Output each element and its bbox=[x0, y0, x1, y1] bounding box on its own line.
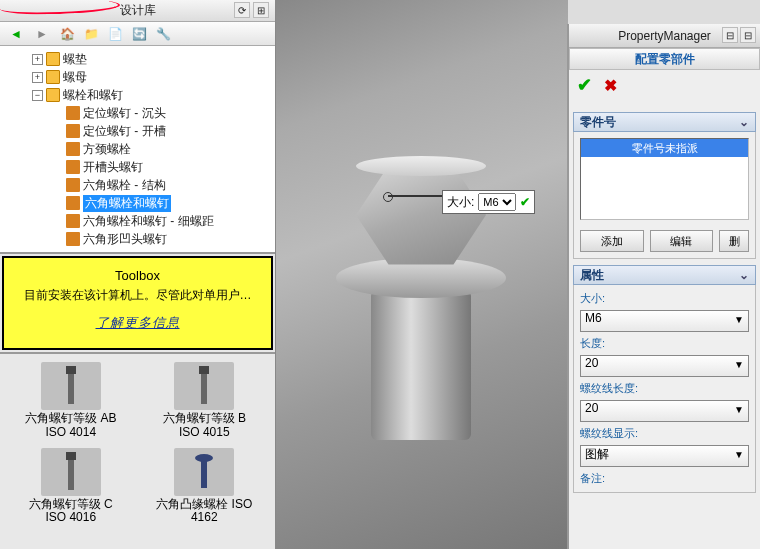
tree-item[interactable]: 六角形凹头螺钉 bbox=[83, 231, 167, 248]
delete-button[interactable]: 删 bbox=[719, 230, 749, 252]
length-label: 长度: bbox=[580, 336, 749, 351]
size-dropdown[interactable]: M6▼ bbox=[580, 310, 749, 332]
chevron-icon[interactable]: ⌄ bbox=[739, 268, 749, 282]
thread-display-label: 螺纹线显示: bbox=[580, 426, 749, 441]
properties-group: 属性⌄ 大小: M6▼ 长度: 20▼ 螺纹线长度: 20▼ 螺纹线显示: 图解… bbox=[573, 265, 756, 493]
rendered-bolt bbox=[316, 140, 516, 420]
part-item[interactable]: 六角螺钉等级 CISO 4016 bbox=[4, 444, 138, 530]
design-library-toolbar: ◄ ► 🏠 📁 📄 🔄 🔧 bbox=[0, 22, 275, 46]
tree-item[interactable]: 定位螺钉 - 开槽 bbox=[83, 123, 166, 140]
svg-rect-4 bbox=[66, 452, 76, 460]
tree-nut[interactable]: 螺母 bbox=[63, 69, 87, 86]
chevron-icon[interactable]: ⌄ bbox=[739, 115, 749, 129]
tool-icon[interactable]: 🔧 bbox=[154, 25, 172, 43]
svg-rect-3 bbox=[201, 374, 207, 404]
tree-washer[interactable]: 螺垫 bbox=[63, 51, 87, 68]
parts-grid: 六角螺钉等级 ABISO 4014 六角螺钉等级 BISO 4015 六角螺钉等… bbox=[0, 352, 275, 529]
add-button[interactable]: 添加 bbox=[580, 230, 644, 252]
partno-listbox[interactable]: 零件号未指派 bbox=[580, 138, 749, 220]
callout-leader bbox=[388, 195, 444, 197]
part-item[interactable]: 六角螺钉等级 ABISO 4014 bbox=[4, 358, 138, 444]
3d-viewport[interactable] bbox=[276, 0, 568, 549]
partno-header: 零件号 bbox=[580, 114, 616, 131]
folder-icon[interactable]: 📁 bbox=[82, 25, 100, 43]
svg-rect-2 bbox=[199, 366, 209, 374]
thread-length-dropdown[interactable]: 20▼ bbox=[580, 400, 749, 422]
svg-rect-0 bbox=[66, 366, 76, 374]
size-callout: 大小: M6 ✔ bbox=[442, 190, 535, 214]
size-label: 大小: bbox=[580, 291, 749, 306]
partno-item[interactable]: 零件号未指派 bbox=[581, 139, 748, 157]
pm-pin-icon[interactable]: ⊟ bbox=[722, 27, 738, 43]
svg-rect-7 bbox=[201, 458, 207, 488]
svg-rect-1 bbox=[68, 374, 74, 404]
tree-bolts[interactable]: 螺栓和螺钉 bbox=[63, 87, 123, 104]
part-item[interactable]: 六角螺钉等级 BISO 4015 bbox=[138, 358, 272, 444]
pm-pin2-icon[interactable]: ⊟ bbox=[740, 27, 756, 43]
refresh-icon[interactable]: ⟳ bbox=[234, 2, 250, 18]
thread-length-label: 螺纹线长度: bbox=[580, 381, 749, 396]
design-library-panel: 设计库 ⟳ ⊞ ◄ ► 🏠 📁 📄 🔄 🔧 +螺垫 +螺母 −螺栓和螺钉 定位螺… bbox=[0, 0, 276, 549]
reload-icon[interactable]: 🔄 bbox=[130, 25, 148, 43]
ok-icon[interactable]: ✔ bbox=[577, 74, 592, 96]
svg-rect-5 bbox=[68, 460, 74, 490]
home-icon[interactable]: 🏠 bbox=[58, 25, 76, 43]
length-dropdown[interactable]: 20▼ bbox=[580, 355, 749, 377]
toolbox-title: Toolbox bbox=[12, 268, 263, 283]
part-number-group: 零件号⌄ 零件号未指派 添加 编辑 删 bbox=[573, 112, 756, 259]
props-header: 属性 bbox=[580, 267, 604, 284]
back-icon[interactable]: ◄ bbox=[6, 24, 26, 44]
notes-label: 备注: bbox=[580, 471, 749, 486]
library-tree[interactable]: +螺垫 +螺母 −螺栓和螺钉 定位螺钉 - 沉头 定位螺钉 - 开槽 方颈螺栓 … bbox=[0, 46, 275, 254]
tree-item-selected[interactable]: 六角螺栓和螺钉 bbox=[83, 195, 171, 212]
tree-item[interactable]: 开槽头螺钉 bbox=[83, 159, 143, 176]
tree-item[interactable]: 定位螺钉 - 沉头 bbox=[83, 105, 166, 122]
toolbox-link[interactable]: 了解更多信息 bbox=[12, 314, 263, 332]
cancel-icon[interactable]: ✖ bbox=[604, 76, 617, 95]
design-library-title: 设计库 bbox=[120, 2, 156, 19]
toolbox-text: 目前安装在该计算机上。尽管此对单用户… bbox=[12, 287, 263, 304]
tree-item[interactable]: 方颈螺栓 bbox=[83, 141, 131, 158]
tree-item[interactable]: 六角螺栓和螺钉 - 细螺距 bbox=[83, 213, 214, 230]
part-item[interactable]: 六角凸缘螺栓 ISO4162 bbox=[138, 444, 272, 530]
new-item-icon[interactable]: 📄 bbox=[106, 25, 124, 43]
pm-title: PropertyManager ⊟⊟ bbox=[569, 24, 760, 48]
callout-ok-icon[interactable]: ✔ bbox=[520, 195, 530, 209]
config-component-title: 配置零部件 bbox=[569, 48, 760, 70]
property-manager-panel: PropertyManager ⊟⊟ 配置零部件 ✔ ✖ 零件号⌄ 零件号未指派… bbox=[567, 24, 760, 549]
callout-label: 大小: bbox=[447, 194, 474, 211]
fwd-icon[interactable]: ► bbox=[32, 24, 52, 44]
tree-item[interactable]: 六角螺栓 - 结构 bbox=[83, 177, 166, 194]
pin-icon[interactable]: ⊞ bbox=[253, 2, 269, 18]
thread-display-dropdown[interactable]: 图解▼ bbox=[580, 445, 749, 467]
callout-size-select[interactable]: M6 bbox=[478, 193, 516, 211]
edit-button[interactable]: 编辑 bbox=[650, 230, 714, 252]
toolbox-banner: Toolbox 目前安装在该计算机上。尽管此对单用户… 了解更多信息 bbox=[2, 256, 273, 350]
